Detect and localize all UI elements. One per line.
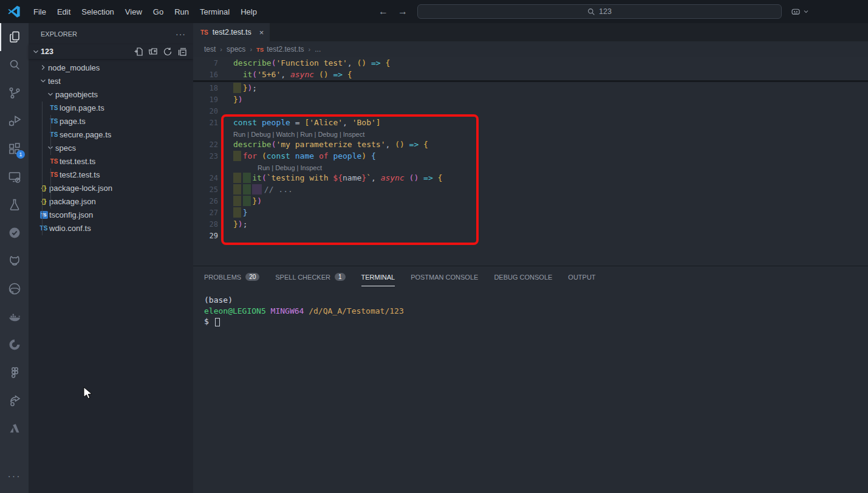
tree-item-label: tsconfig.json [49, 210, 93, 219]
panel-tab-postman-console[interactable]: POSTMAN CONSOLE [411, 266, 478, 288]
tree-item-specs[interactable]: specs [29, 141, 193, 154]
line-number: 29 [193, 232, 233, 240]
codelens-actions[interactable]: Run | Debug | Watch | Run | Debug | Insp… [233, 131, 364, 139]
tree-item-test-test-ts[interactable]: TStest.test.ts [29, 154, 193, 168]
tree-item-label: specs [55, 143, 76, 153]
line-number: 7 [193, 59, 233, 67]
copilot-menu[interactable] [790, 6, 810, 17]
indent-highlight-block [252, 184, 262, 195]
panel-tab-problems[interactable]: PROBLEMS20 [204, 266, 259, 288]
search-icon [587, 8, 595, 16]
workspace-name: 123 [41, 47, 53, 56]
tree-item-package-json[interactable]: {}package.json [29, 195, 193, 208]
new-file-icon[interactable] [134, 47, 143, 57]
tree-item-page-ts[interactable]: TSpage.ts [29, 114, 193, 128]
terminal-prompt-line: eleon@LEGION5 MINGW64 /d/QA_A/Testomat/1… [204, 306, 868, 317]
tree-item-label: test2.test.ts [60, 170, 100, 179]
nav-forward-icon[interactable]: → [395, 6, 410, 17]
terminal[interactable]: (base) eleon@LEGION5 MINGW64 /d/QA_A/Tes… [193, 288, 868, 327]
activity-azure-icon[interactable] [0, 415, 29, 443]
vscode-logo-icon [7, 5, 21, 18]
breadcrumb-item[interactable]: ... [315, 45, 321, 53]
tree-item-pageobjects[interactable]: pageobjects [29, 88, 193, 101]
panel-tab-badge: 1 [335, 273, 346, 281]
menu-help[interactable]: Help [235, 5, 262, 19]
line-number: 16 [193, 71, 233, 79]
activity-explorer-icon[interactable] [0, 23, 29, 51]
activity-source-control-icon[interactable] [0, 79, 29, 107]
tree-item-secure-page-ts[interactable]: TSsecure.page.ts [29, 128, 193, 141]
tree-item-label: wdio.conf.ts [49, 224, 91, 233]
indent-highlight-block [233, 83, 241, 93]
code-line-25: 25// ... [193, 184, 868, 195]
activity-figma-icon[interactable] [0, 359, 29, 387]
workspace-section-header[interactable]: 123 [29, 44, 193, 59]
menu-terminal[interactable]: Terminal [194, 5, 235, 19]
breadcrumb: test›specs›TStest2.test.ts›... [193, 41, 868, 57]
tree-item-tsconfig-json[interactable]: TStsconfig.json [29, 208, 193, 221]
activity-github-icon[interactable] [0, 275, 29, 303]
tab-test2-test-ts[interactable]: TS test2.test.ts × [193, 23, 270, 41]
bottom-panel: PROBLEMS20SPELL CHECKER1TERMINALPOSTMAN … [193, 266, 868, 493]
activity-check-circle-icon[interactable] [0, 219, 29, 247]
panel-tab-badge: 20 [245, 273, 259, 281]
copilot-icon [790, 6, 801, 17]
tree-item-test2-test-ts[interactable]: TStest2.test.ts [29, 168, 193, 181]
code-line-20: 20 [193, 105, 868, 117]
activity-search-icon[interactable] [0, 51, 29, 79]
line-number: 26 [193, 197, 233, 205]
code-line-19: 19}) [193, 94, 868, 105]
activity-more-icon[interactable]: ··· [8, 471, 21, 482]
codelens-actions[interactable]: Run | Debug | Inspect [233, 164, 322, 172]
menu-selection[interactable]: Selection [76, 5, 119, 19]
menu-run[interactable]: Run [169, 5, 194, 19]
breadcrumb-item[interactable]: test [204, 45, 216, 53]
code-text: it(`testing with ${name}`, async () => { [233, 172, 868, 184]
activity-docker-icon[interactable] [0, 303, 29, 331]
tree-item-login-page-ts[interactable]: TSlogin.page.ts [29, 101, 193, 114]
panel-tab-label: DEBUG CONSOLE [494, 267, 552, 286]
indent-highlight-block [233, 151, 241, 161]
menu-bar: FileEditSelectionViewGoRunTerminalHelp [28, 5, 262, 19]
command-center-search[interactable]: 123 [417, 4, 782, 19]
tree-item-label: pageobjects [55, 90, 98, 99]
code-line-21: 21const people = ['Alice', 'Bob'] [193, 117, 868, 128]
code-editor[interactable]: 7describe('Function test', () => {16it('… [193, 57, 868, 266]
panel-tab-terminal[interactable]: TERMINAL [361, 266, 395, 288]
activity-remote-explorer-icon[interactable] [0, 163, 29, 191]
panel-tab-debug-console[interactable]: DEBUG CONSOLE [494, 266, 552, 288]
breadcrumb-item[interactable]: specs [227, 45, 245, 53]
breadcrumb-item[interactable]: TStest2.test.ts [256, 45, 304, 53]
menu-file[interactable]: File [28, 5, 52, 19]
nav-back-icon[interactable]: ← [376, 6, 391, 17]
activity-run-debug-icon[interactable] [0, 107, 29, 135]
refresh-icon[interactable] [163, 47, 173, 57]
code-text: describe('Function test', () => { [233, 57, 868, 69]
code-line-26: 26}) [193, 195, 868, 207]
codelens-row: Run | Debug | Inspect [193, 162, 868, 172]
tree-item-test[interactable]: test [29, 74, 193, 88]
tab-close-icon[interactable]: × [259, 28, 264, 37]
code-lines: 18});19})2021const people = ['Alice', 'B… [193, 82, 868, 241]
menu-go[interactable]: Go [148, 5, 169, 19]
tree-item-package-lock-json[interactable]: {}package-lock.json [29, 181, 193, 195]
panel-tab-output[interactable]: OUTPUT [568, 266, 595, 288]
indent-guide [50, 115, 51, 155]
tree-item-label: package.json [49, 197, 96, 206]
new-folder-icon[interactable] [148, 47, 158, 57]
activity-cat-icon[interactable] [0, 247, 29, 275]
explorer-title: EXPLORER [41, 30, 77, 38]
activity-bar: 1··· [0, 23, 29, 493]
explorer-more-icon[interactable]: ··· [176, 29, 186, 39]
panel-tab-spell-checker[interactable]: SPELL CHECKER1 [275, 266, 345, 288]
activity-circle-notch-icon[interactable] [0, 331, 29, 359]
activity-testing-icon[interactable] [0, 191, 29, 219]
collapse-all-icon[interactable] [177, 47, 187, 57]
activity-extensions-icon[interactable]: 1 [0, 135, 29, 163]
menu-edit[interactable]: Edit [52, 5, 76, 19]
sticky-scroll: 7describe('Function test', () => {16it('… [193, 57, 868, 82]
tree-item-wdio-conf-ts[interactable]: TSwdio.conf.ts [29, 221, 193, 235]
tree-item-node-modules[interactable]: node_modules [29, 61, 193, 74]
activity-share-icon[interactable] [0, 387, 29, 415]
menu-view[interactable]: View [120, 5, 148, 19]
